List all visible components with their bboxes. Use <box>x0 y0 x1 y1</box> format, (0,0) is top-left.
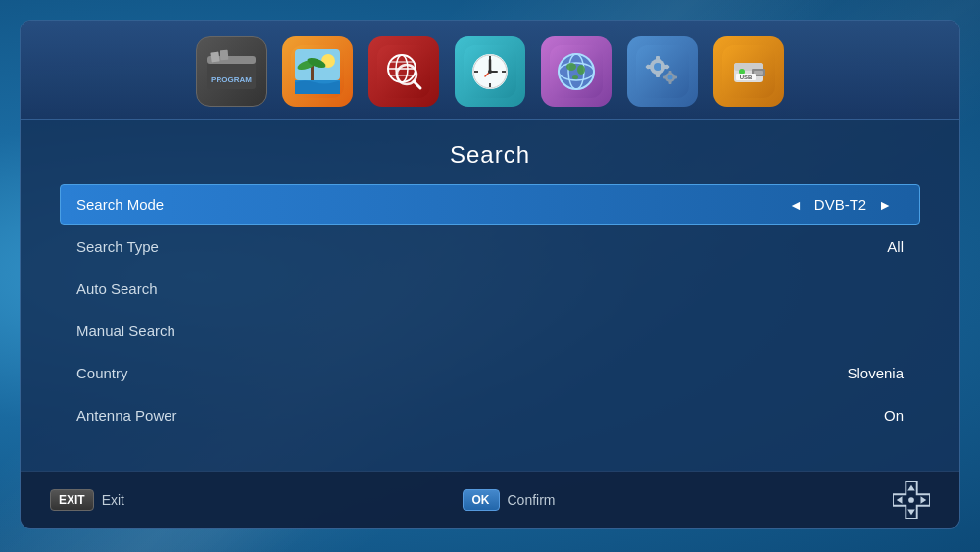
svg-point-30 <box>488 70 492 74</box>
svg-rect-42 <box>656 56 660 61</box>
page-title: Search <box>60 129 920 184</box>
svg-rect-52 <box>663 76 667 79</box>
label-search-type: Search Type <box>76 238 887 255</box>
label-search-mode: Search Mode <box>76 196 777 213</box>
menu-row-antenna-power[interactable]: Antenna Power On <box>60 395 920 435</box>
label-antenna-power: Antenna Power <box>76 407 884 424</box>
exit-badge[interactable]: EXIT <box>50 489 94 511</box>
svg-point-37 <box>577 65 585 75</box>
menu-row-search-type[interactable]: Search Type All <box>60 226 920 267</box>
app-icon-usb[interactable]: USB <box>713 36 784 107</box>
icon-bar: PROGRAM <box>21 21 959 120</box>
menu-row-manual-search[interactable]: Manual Search <box>60 311 920 351</box>
nav-cross-icon[interactable] <box>893 481 930 519</box>
ok-badge[interactable]: OK <box>463 489 500 511</box>
svg-text:PROGRAM: PROGRAM <box>211 75 252 84</box>
svg-rect-51 <box>669 81 672 85</box>
ok-label: Confirm <box>508 492 556 508</box>
app-icon-clock[interactable] <box>455 36 525 107</box>
value-search-type: All <box>887 238 904 255</box>
svg-point-36 <box>566 63 576 71</box>
svg-marker-66 <box>921 496 927 504</box>
svg-rect-53 <box>674 76 678 79</box>
svg-rect-3 <box>220 50 229 61</box>
app-icon-search[interactable] <box>368 36 439 107</box>
arrow-right-search-mode[interactable]: ► <box>878 197 892 213</box>
content-area: Search Search Mode ◄ DVB-T2 ► Search Typ… <box>21 120 959 471</box>
svg-point-41 <box>654 63 662 71</box>
value-antenna-power: On <box>884 407 904 424</box>
label-country: Country <box>76 365 847 381</box>
value-country: Slovenia <box>847 365 904 381</box>
svg-marker-65 <box>897 496 903 504</box>
main-panel: PROGRAM <box>20 20 960 529</box>
bottom-bar: EXIT Exit OK Confirm <box>21 471 959 528</box>
value-search-mode: DVB-T2 <box>814 196 866 213</box>
ok-group: OK Confirm <box>463 489 556 511</box>
svg-marker-63 <box>907 485 915 491</box>
menu-row-auto-search[interactable]: Auto Search <box>60 269 920 309</box>
exit-label: Exit <box>102 492 124 508</box>
arrow-left-search-mode[interactable]: ◄ <box>789 197 803 213</box>
svg-rect-50 <box>669 71 672 75</box>
menu-row-country[interactable]: Country Slovenia <box>60 353 920 393</box>
svg-point-38 <box>572 75 578 79</box>
app-icon-network[interactable] <box>541 36 612 107</box>
menu-list: Search Mode ◄ DVB-T2 ► Search Type All A… <box>60 184 920 461</box>
menu-row-search-mode[interactable]: Search Mode ◄ DVB-T2 ► <box>60 184 920 225</box>
exit-group: EXIT Exit <box>50 489 124 511</box>
svg-rect-12 <box>377 45 430 98</box>
svg-rect-2 <box>210 51 219 62</box>
svg-marker-64 <box>907 510 915 516</box>
svg-rect-43 <box>656 73 660 77</box>
svg-point-67 <box>908 497 914 503</box>
label-manual-search: Manual Search <box>76 323 904 339</box>
svg-text:USB: USB <box>740 75 753 80</box>
app-icon-program[interactable]: PROGRAM <box>196 36 267 107</box>
svg-point-49 <box>668 75 673 80</box>
label-auto-search: Auto Search <box>76 280 904 297</box>
app-icon-media[interactable] <box>282 36 353 107</box>
app-icon-settings[interactable] <box>627 36 698 107</box>
